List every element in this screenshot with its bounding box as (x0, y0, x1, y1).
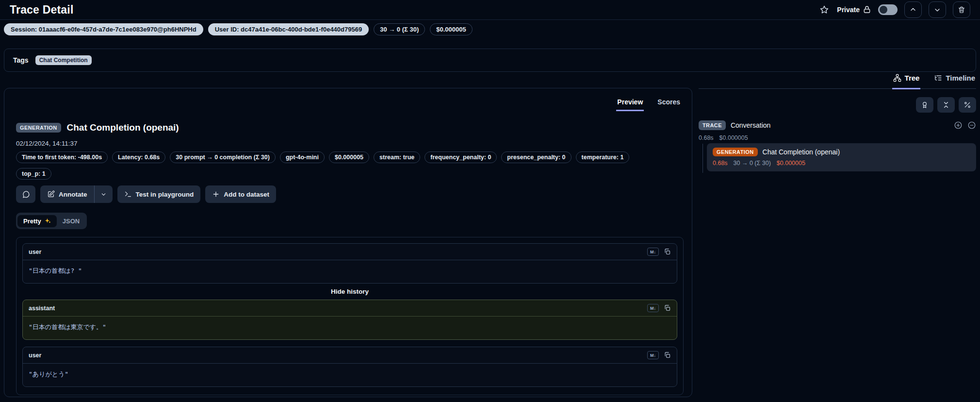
message-tools: M↓ (647, 248, 671, 256)
copy-icon[interactable] (664, 352, 671, 359)
metric-badge: Time to first token: -498.00s (16, 151, 108, 163)
tab-preview[interactable]: Preview (616, 98, 644, 111)
tab-tree[interactable]: Tree (892, 71, 921, 89)
cost-badge: $0.000005 (329, 151, 369, 163)
trace-detail-page: Trace Detail Private (0, 0, 980, 402)
param-badge: frequency_penalty: 0 (425, 151, 497, 163)
metrics-percent-button[interactable] (959, 97, 976, 113)
message-user-2: user M↓ "ありがとう" (22, 347, 677, 387)
markdown-toggle-icon[interactable]: M↓ (647, 248, 659, 256)
page-title: Trace Detail (10, 3, 74, 17)
tag-chip[interactable]: Chat Competition (35, 55, 92, 65)
lock-icon (863, 5, 871, 14)
percent-icon (964, 101, 971, 109)
delete-trace-button[interactable] (953, 1, 970, 18)
bookmark-star-button[interactable] (818, 4, 830, 16)
trace-tree-root[interactable]: TRACE Conversation (699, 119, 976, 131)
trace-metrics: 0.68s $0.000005 (699, 134, 748, 141)
panel-tabs: Preview Scores (616, 98, 681, 111)
tab-timeline[interactable]: Timeline (933, 71, 976, 89)
sparkles-icon (44, 218, 51, 224)
hide-history-button[interactable]: Hide history (331, 288, 369, 295)
markdown-toggle-icon[interactable]: M↓ (647, 351, 659, 359)
message-content: "ありがとう" (23, 364, 677, 386)
collapse-all-button[interactable] (937, 97, 955, 113)
param-badge: presence_penalty: 0 (501, 151, 571, 163)
trace-name: Conversation (731, 121, 771, 129)
trace-cost: $0.000005 (719, 134, 748, 141)
param-badge: top_p: 1 (16, 168, 51, 180)
generation-type-badge: GENERATION (713, 148, 758, 156)
param-badge: temperature: 1 (576, 151, 630, 163)
annotate-split-button: Annotate (40, 185, 113, 203)
message-header: user M↓ (23, 347, 677, 364)
message-role: assistant (29, 305, 55, 312)
token-usage-badge: 30 → 0 (Σ 30) (374, 23, 425, 35)
message-tools: M↓ (647, 304, 671, 312)
message-tools: M↓ (647, 351, 671, 359)
message-header: user M↓ (23, 244, 677, 260)
cost-badge: $0.000005 (430, 23, 472, 35)
tree-toolbar (916, 97, 976, 113)
trace-type-badge: TRACE (699, 120, 726, 130)
observation-timestamp: 02/12/2024, 14:11:37 (16, 140, 78, 147)
fold-vertical-icon (942, 101, 950, 109)
playground-label: Test in playground (136, 191, 194, 198)
tree-icon (893, 74, 901, 82)
star-icon (819, 5, 829, 15)
tab-scores[interactable]: Scores (656, 98, 681, 111)
privacy-label: Private (837, 6, 860, 14)
annotate-dropdown-button[interactable] (95, 185, 113, 203)
plus-icon (212, 190, 220, 198)
observation-type-badge: GENERATION (16, 123, 61, 133)
comment-button[interactable] (16, 185, 35, 203)
chevron-down-icon (933, 6, 941, 14)
next-trace-button[interactable] (929, 1, 946, 18)
tree-node-generation[interactable]: GENERATION Chat Completion (openai) 0.68… (707, 143, 976, 171)
scores-award-button[interactable] (916, 97, 933, 113)
observation-header: GENERATION Chat Completion (openai) (16, 122, 179, 133)
tags-section: Tags Chat Competition (4, 49, 976, 72)
privacy-indicator: Private (837, 5, 871, 14)
expand-all-icon[interactable] (954, 121, 963, 130)
previous-trace-button[interactable] (904, 1, 922, 18)
node-cost: $0.000005 (777, 160, 805, 167)
chevron-down-icon (100, 191, 107, 198)
pretty-toggle[interactable]: Pretty (17, 215, 57, 227)
message-user-1: user M↓ "日本の首都は? " (22, 243, 677, 284)
trash-icon (958, 6, 965, 14)
observation-actions: Annotate Test in playground (16, 185, 276, 203)
annotate-button[interactable]: Annotate (40, 185, 94, 203)
observation-metrics-row: Time to first token: -498.00s Latency: 0… (16, 151, 629, 163)
observation-metrics-row-2: top_p: 1 (16, 168, 51, 180)
tab-timeline-label: Timeline (946, 74, 975, 82)
annotate-label: Annotate (59, 191, 87, 198)
model-badge: gpt-4o-mini (280, 151, 325, 163)
messages-container: user M↓ "日本の首都は? " Hide history assistan… (16, 237, 684, 395)
copy-icon[interactable] (664, 304, 671, 312)
test-in-playground-button[interactable]: Test in playground (117, 185, 201, 203)
pen-square-icon (47, 190, 55, 198)
format-toggle: Pretty JSON (16, 213, 87, 229)
top-bar-actions: Private (818, 1, 970, 18)
top-bar: Trace Detail Private (0, 0, 980, 20)
add-to-dataset-label: Add to dataset (224, 191, 269, 198)
pretty-label: Pretty (23, 218, 41, 225)
collapse-icon[interactable] (967, 121, 976, 130)
tab-tree-label: Tree (905, 74, 920, 82)
add-to-dataset-button[interactable]: Add to dataset (205, 185, 276, 203)
markdown-toggle-icon[interactable]: M↓ (647, 304, 659, 312)
timeline-icon (934, 74, 942, 82)
metric-badge: Latency: 0.68s (112, 151, 165, 163)
node-metrics: 0.68s 30 → 0 (Σ 30) $0.000005 (713, 160, 970, 167)
json-toggle[interactable]: JSON (57, 215, 85, 227)
user-id-badge[interactable]: User ID: dc47a41e-06bc-400d-bde1-f0e440d… (208, 23, 369, 35)
tree-indent-line (702, 144, 703, 173)
copy-icon[interactable] (664, 248, 671, 255)
view-mode-tabs: Tree Timeline (699, 71, 976, 89)
message-role: user (29, 352, 41, 359)
session-badge[interactable]: Session: 01aaacf6-e0fe-457d-a7de-7c1ee08… (4, 23, 203, 35)
message-header: assistant M↓ (23, 300, 677, 317)
tags-label: Tags (13, 56, 29, 64)
public-sharing-toggle[interactable] (878, 4, 898, 15)
